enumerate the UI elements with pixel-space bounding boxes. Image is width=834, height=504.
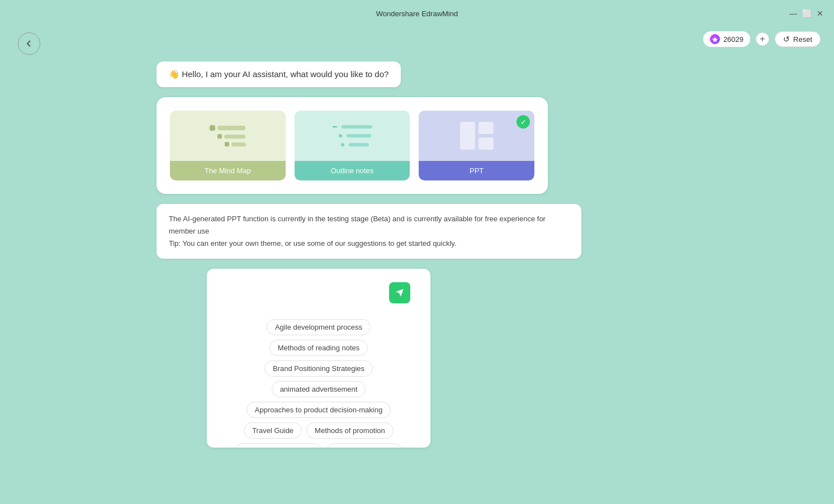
chip-agile[interactable]: Agile development process	[267, 319, 371, 335]
ppt-preview: ✓	[419, 111, 534, 161]
reset-button[interactable]: ↺ Reset	[775, 31, 821, 47]
chip-learning[interactable]: Learning Program	[326, 443, 401, 448]
window-controls: — ⬜ ✕	[788, 8, 825, 18]
maximize-button[interactable]: ⬜	[802, 8, 812, 18]
send-button[interactable]	[389, 282, 410, 303]
greeting-bubble: 👋 Hello, I am your AI assistant, what wo…	[157, 61, 401, 87]
mindmap-label: The Mind Map	[170, 161, 286, 180]
info-line1: The AI-generated PPT function is current…	[169, 213, 569, 237]
titlebar: Wondershare EdrawMind — ⬜ ✕	[0, 0, 834, 27]
top-right-area: 26029 + ↺ Reset	[703, 31, 821, 47]
ppt-label: PPT	[419, 161, 534, 180]
main-content: 👋 Hello, I am your AI assistant, what wo…	[0, 61, 834, 448]
theme-input[interactable]	[220, 280, 417, 308]
add-credits-button[interactable]: +	[756, 32, 769, 46]
input-wrapper	[220, 280, 417, 310]
greeting-text: 👋 Hello, I am your AI assistant, what wo…	[169, 69, 388, 79]
mindmap-preview	[170, 111, 286, 161]
chip-computer[interactable]: Computer Knowledge	[235, 443, 322, 448]
app-title: Wondershare EdrawMind	[376, 9, 458, 18]
reset-icon: ↺	[783, 35, 790, 44]
outline-label: Outline notes	[295, 161, 410, 180]
chip-animated[interactable]: animated advertisement	[272, 381, 366, 397]
close-button[interactable]: ✕	[815, 8, 825, 18]
ppt-mode-option[interactable]: ✓ PPT	[419, 111, 534, 180]
chips-container: Agile development process Methods of rea…	[220, 319, 417, 448]
info-line2: Tip: You can enter your own theme, or us…	[169, 237, 569, 250]
reset-label: Reset	[793, 35, 812, 44]
ppt-selected-badge: ✓	[516, 115, 530, 129]
outline-preview	[295, 111, 410, 161]
svg-marker-0	[712, 37, 718, 42]
back-button[interactable]	[18, 32, 40, 55]
info-box: The AI-generated PPT function is current…	[157, 204, 581, 259]
credits-icon	[710, 34, 720, 44]
input-section: Agile development process Methods of rea…	[207, 269, 430, 448]
credits-count: 26029	[723, 35, 743, 44]
chip-reading-notes[interactable]: Methods of reading notes	[269, 340, 368, 356]
chip-product[interactable]: Approaches to product decision-making	[247, 402, 391, 418]
chip-promotion[interactable]: Methods of promotion	[306, 422, 394, 439]
outline-mode-option[interactable]: Outline notes	[295, 111, 410, 180]
mode-selector-card: The Mind Map	[157, 97, 548, 194]
credits-badge: 26029	[703, 31, 750, 47]
chip-brand[interactable]: Brand Positioning Strategies	[264, 360, 373, 377]
chip-travel[interactable]: Travel Guide	[244, 422, 302, 439]
minimize-button[interactable]: —	[788, 8, 798, 18]
mindmap-mode-option[interactable]: The Mind Map	[170, 111, 286, 180]
